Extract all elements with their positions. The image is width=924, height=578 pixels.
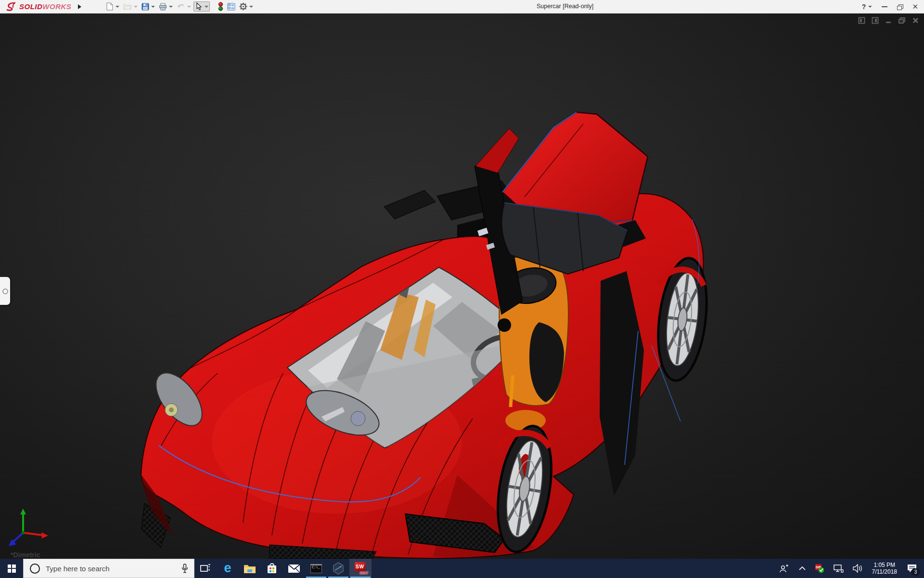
car-model xyxy=(0,13,924,559)
undo-icon xyxy=(177,3,185,10)
feature-tree-button[interactable] xyxy=(226,2,237,12)
save-dropdown[interactable] xyxy=(151,6,155,8)
select-dropdown[interactable] xyxy=(205,6,208,8)
solidworks-monitor-button[interactable]: SW xyxy=(810,559,829,578)
titlebar: SOLIDWORKS xyxy=(0,0,924,13)
save-button[interactable] xyxy=(140,2,156,12)
edge-icon: e xyxy=(224,562,231,575)
file-explorer-button[interactable] xyxy=(239,559,261,578)
view-orientation-label: *Dimetric xyxy=(11,551,40,559)
chevron-up-icon xyxy=(798,566,806,571)
restore-button[interactable] xyxy=(897,4,902,9)
solidworks-check-icon: SW xyxy=(815,564,824,573)
command-prompt-button[interactable]: C:\_ xyxy=(305,559,327,578)
taskbar-apps: e xyxy=(194,559,372,578)
solidworks-button[interactable]: SW 2017 xyxy=(349,559,372,578)
open-dropdown[interactable] xyxy=(134,6,138,8)
start-button[interactable] xyxy=(0,559,23,578)
undo-button[interactable] xyxy=(175,2,192,11)
document-window-controls xyxy=(858,17,919,24)
clock-time: 1:05 PM xyxy=(872,562,898,568)
tray-overflow-button[interactable] xyxy=(794,559,810,578)
split-window-icon[interactable] xyxy=(872,17,879,24)
select-arrow-icon xyxy=(195,2,203,11)
solidworks-logo: SOLIDWORKS xyxy=(0,0,74,13)
help-button[interactable]: ? xyxy=(862,3,873,11)
hexagon-app-icon xyxy=(332,562,345,575)
window-title: Supercar [Read-only] xyxy=(537,3,593,10)
microphone-icon[interactable] xyxy=(181,564,188,573)
edge-button[interactable]: e xyxy=(217,559,239,578)
graphics-viewport[interactable]: *Dimetric xyxy=(0,13,924,559)
print-icon xyxy=(159,3,167,11)
people-icon xyxy=(779,564,790,573)
new-document-dropdown[interactable] xyxy=(116,6,119,8)
clock[interactable]: 1:05 PM 7/11/2018 xyxy=(867,562,902,575)
print-dropdown[interactable] xyxy=(169,6,173,8)
store-button[interactable] xyxy=(261,559,283,578)
search-placeholder: Type here to search xyxy=(46,565,181,573)
network-icon xyxy=(833,564,844,573)
stoplight-button[interactable] xyxy=(217,1,225,12)
toolbar xyxy=(104,1,255,12)
help-dropdown[interactable] xyxy=(868,6,872,8)
feature-tree-icon xyxy=(227,3,235,11)
close-button[interactable]: ✕ xyxy=(912,3,918,10)
network-button[interactable] xyxy=(829,559,848,578)
pin-icon xyxy=(2,289,8,294)
clock-date: 7/11/2018 xyxy=(872,568,898,575)
new-document-button[interactable] xyxy=(104,1,121,12)
open-folder-icon xyxy=(123,3,132,10)
action-center-button[interactable]: 3 xyxy=(902,559,924,578)
mail-button[interactable] xyxy=(283,559,305,578)
task-view-icon xyxy=(200,564,211,573)
brand-text: SOLIDWORKS xyxy=(19,2,71,11)
new-document-icon xyxy=(106,2,114,11)
notification-badge: 3 xyxy=(911,568,920,576)
file-explorer-icon xyxy=(244,564,256,574)
options-button[interactable] xyxy=(238,1,255,12)
volume-button[interactable] xyxy=(848,559,867,578)
mail-icon xyxy=(288,564,300,573)
save-icon xyxy=(141,3,149,11)
hexagon-app-button[interactable] xyxy=(327,559,349,578)
ds-logo-icon xyxy=(5,2,17,12)
gear-icon xyxy=(239,2,247,11)
windows-logo-icon xyxy=(8,565,16,573)
people-button[interactable] xyxy=(775,559,794,578)
child-close-icon[interactable] xyxy=(912,17,919,24)
open-button[interactable] xyxy=(122,2,139,11)
panel-flyout-tab[interactable] xyxy=(0,277,10,305)
speaker-icon xyxy=(852,564,863,573)
system-tray: SW 1:0 xyxy=(775,559,924,578)
select-button[interactable] xyxy=(193,1,210,12)
solidworks-2017-icon: SW 2017 xyxy=(354,562,367,575)
child-minimize-icon[interactable] xyxy=(885,17,892,24)
new-window-icon[interactable] xyxy=(858,17,865,24)
options-dropdown[interactable] xyxy=(249,6,253,8)
cortana-icon xyxy=(30,564,40,574)
undo-dropdown[interactable] xyxy=(187,6,191,8)
search-input[interactable]: Type here to search xyxy=(23,559,194,578)
taskbar: Type here to search e xyxy=(0,559,924,578)
store-icon xyxy=(266,563,278,574)
task-view-button[interactable] xyxy=(194,559,217,578)
print-button[interactable] xyxy=(157,2,174,12)
desktop: SOLIDWORKS xyxy=(0,0,924,578)
command-prompt-icon: C:\_ xyxy=(310,564,322,573)
orientation-triad-icon xyxy=(7,508,51,548)
child-restore-icon[interactable] xyxy=(898,17,906,24)
window-controls: ? ✕ xyxy=(862,0,918,13)
stoplight-icon xyxy=(218,2,223,11)
minimize-button[interactable] xyxy=(882,6,887,7)
menu-flyout-arrow[interactable] xyxy=(78,4,81,9)
